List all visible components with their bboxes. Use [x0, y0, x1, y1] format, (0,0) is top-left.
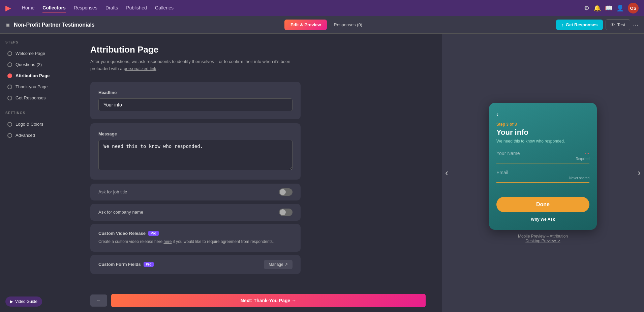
- preview-headline: Your info: [496, 128, 589, 137]
- custom-form-title: Custom Form Fields: [98, 262, 141, 267]
- video-release-link[interactable]: here: [163, 239, 172, 244]
- sidebar-item-label: Questions (2): [16, 62, 42, 67]
- step-dot-attribution: [7, 73, 12, 78]
- pro-badge-form: Pro: [144, 262, 154, 267]
- custom-video-section: Custom Video Release Pro Create a custom…: [90, 224, 301, 252]
- sidebar-item-label: Thank-you Page: [16, 84, 48, 89]
- sidebar-item-label: Logo & Colors: [16, 122, 43, 127]
- sidebar-item-attribution-page[interactable]: Attribution Page: [5, 70, 68, 81]
- preview-back-icon[interactable]: ‹: [496, 111, 498, 118]
- responses-button[interactable]: Responses (0): [330, 20, 366, 30]
- upload-icon: ↑: [561, 22, 564, 27]
- nav-published[interactable]: Published: [126, 4, 147, 12]
- setting-dot-advanced: [7, 133, 12, 138]
- step-dot-welcome: [7, 51, 12, 56]
- sidebar-item-welcome-page[interactable]: Welcome Page: [5, 48, 68, 59]
- topnav-right: ⚙ 🔔 📖 👤 OS: [584, 3, 639, 13]
- headline-label: Headline: [98, 90, 293, 95]
- back-button[interactable]: ←: [90, 294, 107, 307]
- sidebar-item-get-responses[interactable]: Get Responses: [5, 93, 68, 103]
- center-panel: Attribution Page After your questions, w…: [74, 34, 442, 312]
- settings-label: SETTINGS: [5, 111, 68, 115]
- video-guide-label: Video Guide: [15, 299, 37, 304]
- step-dot-questions: [7, 62, 12, 67]
- mobile-preview: ‹ Step 3 of 3 Your info We need this to …: [489, 103, 597, 230]
- preview-step-label: Step 3 of 3: [496, 122, 589, 127]
- pro-badge-video: Pro: [148, 231, 159, 236]
- next-button[interactable]: Next: Thank-You Page →: [111, 294, 426, 307]
- nav-responses[interactable]: Responses: [74, 4, 97, 12]
- get-responses-button[interactable]: ↑ Get Responses: [556, 20, 603, 30]
- eye-icon: 👁: [611, 22, 615, 27]
- sidebar-item-questions[interactable]: Questions (2): [5, 59, 68, 70]
- logo-icon[interactable]: ▶: [5, 4, 11, 12]
- preview-name-icon: ···: [585, 150, 589, 156]
- ask-job-title-label: Ask for job title: [98, 189, 127, 194]
- custom-video-desc: Create a custom video release here here …: [98, 239, 293, 245]
- top-navigation: ▶ Home Collectors Responses Drafts Publi…: [0, 0, 644, 16]
- page-description: After your questions, we ask respondents…: [90, 58, 301, 72]
- person-icon[interactable]: 👤: [616, 4, 624, 12]
- more-button[interactable]: ···: [633, 21, 639, 29]
- video-guide[interactable]: ▶ Video Guide: [5, 297, 42, 307]
- test-button[interactable]: 👁 Test: [606, 19, 630, 30]
- step-dot-getresponses: [7, 96, 12, 100]
- ask-company-label: Ask for company name: [98, 210, 143, 215]
- sidebar-item-label: Get Responses: [16, 95, 46, 100]
- preview-email-label: Email: [496, 170, 508, 175]
- personalized-link[interactable]: personalized link: [124, 66, 156, 71]
- sidebar-item-advanced[interactable]: Advanced: [5, 130, 68, 141]
- book-icon[interactable]: 📖: [605, 4, 612, 12]
- avatar[interactable]: OS: [628, 3, 639, 13]
- sidebar: STEPS Welcome Page Questions (2) Attribu…: [0, 34, 74, 312]
- headline-input[interactable]: [98, 98, 293, 111]
- sidebar-item-logo-colors[interactable]: Logo & Colors: [5, 119, 68, 129]
- nav-home[interactable]: Home: [22, 4, 34, 12]
- custom-video-title: Custom Video Release: [98, 231, 146, 236]
- video-guide-icon: ▶: [10, 299, 13, 304]
- manage-button[interactable]: Manage ↗: [264, 260, 293, 269]
- message-section: Message We need this to know who respond…: [90, 123, 301, 180]
- secondbar-right: ↑ Get Responses 👁 Test ···: [556, 19, 639, 30]
- preview-prev-button[interactable]: ‹: [445, 167, 448, 178]
- ask-company-row: Ask for company name: [90, 204, 301, 221]
- page-title: Non-Profit Partner Testimonials: [14, 22, 95, 28]
- nav-drafts[interactable]: Drafts: [105, 4, 118, 12]
- preview-name-note: Required: [496, 157, 589, 161]
- ask-job-title-row: Ask for job title: [90, 184, 301, 200]
- custom-video-header: Custom Video Release Pro: [98, 231, 293, 236]
- sidebar-item-label: Attribution Page: [16, 73, 50, 78]
- preview-message: We need this to know who responded.: [496, 139, 589, 144]
- gear-icon[interactable]: ⚙: [584, 4, 589, 12]
- settings-section: SETTINGS Logo & Colors Advanced: [5, 111, 68, 141]
- sidebar-item-thank-you-page[interactable]: Thank-you Page: [5, 82, 68, 92]
- page-title-heading: Attribution Page: [90, 44, 301, 55]
- preview-footer-label: Mobile Preview – Attribution: [518, 234, 568, 239]
- preview-why-label: Why We Ask: [496, 217, 589, 222]
- custom-form-left: Custom Form Fields Pro: [98, 262, 154, 267]
- sidebar-item-label: Welcome Page: [16, 51, 45, 56]
- preview-name-label: Your Name: [496, 151, 520, 156]
- preview-footer: Mobile Preview – Attribution Desktop Pre…: [518, 234, 568, 243]
- steps-label: STEPS: [5, 40, 68, 44]
- ask-job-title-toggle[interactable]: [279, 188, 293, 196]
- main-layout: STEPS Welcome Page Questions (2) Attribu…: [0, 34, 644, 312]
- title-icon: ▣: [5, 22, 10, 28]
- bottom-navigation: ← Next: Thank-You Page →: [74, 289, 442, 312]
- desktop-preview-link[interactable]: Desktop Preview ↗: [525, 239, 560, 243]
- preview-name-field: Your Name ··· Required: [496, 150, 589, 163]
- message-label: Message: [98, 131, 293, 136]
- ask-company-toggle[interactable]: [279, 209, 293, 216]
- preview-next-button[interactable]: ›: [638, 167, 641, 178]
- headline-section: Headline: [90, 82, 301, 119]
- bell-icon[interactable]: 🔔: [593, 4, 601, 12]
- edit-preview-button[interactable]: Edit & Preview: [284, 20, 327, 30]
- nav-collectors[interactable]: Collectors: [42, 4, 65, 12]
- setting-dot-logo: [7, 122, 12, 127]
- preview-panel: ‹ › ‹ Step 3 of 3 Your info We need this…: [442, 34, 644, 312]
- preview-email-note: Never shared: [496, 176, 589, 180]
- second-bar: ▣ Non-Profit Partner Testimonials Edit &…: [0, 16, 644, 34]
- message-textarea[interactable]: We need this to know who responded.: [98, 140, 293, 170]
- preview-done-button[interactable]: Done: [496, 197, 589, 212]
- nav-galleries[interactable]: Galleries: [155, 4, 174, 12]
